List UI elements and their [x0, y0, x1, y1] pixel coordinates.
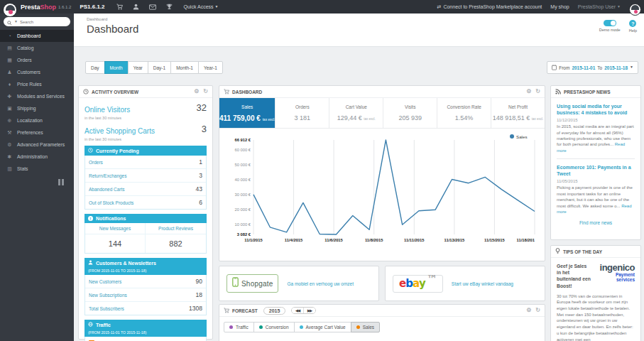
new-subscriptions-row[interactable]: New Subscriptions18	[85, 288, 206, 302]
sidebar-item-modules[interactable]: ✚Modules and Services	[0, 90, 74, 102]
gear-icon[interactable]: ⚙	[194, 89, 199, 94]
sidebar-item-administration[interactable]: ✱Administration	[0, 151, 74, 163]
gear-icon[interactable]: ⚙	[526, 308, 531, 313]
filter-month-1-button[interactable]: Month-1	[170, 61, 199, 74]
pending-orders-row[interactable]: Orders1	[85, 156, 206, 169]
article-title-link[interactable]: Using social media for your business: 4 …	[557, 103, 635, 116]
calendar-icon	[552, 65, 557, 71]
sidebar-collapse-button[interactable]	[57, 179, 64, 185]
customers-icon: ♟	[6, 70, 13, 75]
kpi-visits[interactable]: Visits205 939	[383, 98, 437, 128]
chevron-down-icon: ▼	[630, 65, 633, 69]
badges-trophy-icon[interactable]	[166, 4, 173, 10]
news-panel-title: PRESTASHOP NEWS	[564, 90, 611, 94]
gear-icon[interactable]: ⚙	[526, 89, 531, 94]
kpi-conversion-rate[interactable]: Conversion Rate1.54%	[437, 98, 491, 128]
sidebar-item-preferences[interactable]: ⚒Preferences	[0, 126, 74, 139]
filter-month-button[interactable]: Month	[104, 61, 129, 74]
forecast-year: 2015	[263, 307, 286, 315]
sidebar-item-orders[interactable]: ▦Orders	[0, 54, 74, 66]
marketplace-connect-link[interactable]: ⇄Connect to PrestaShop Marketplace accou…	[437, 4, 542, 10]
kpi-sales[interactable]: Sales411 759,00 € tax excl.	[219, 98, 275, 128]
filter-year-button[interactable]: Year	[128, 61, 148, 74]
next-year-button[interactable]: ▶▶	[304, 308, 315, 313]
phone-icon	[232, 277, 239, 290]
refresh-icon[interactable]: ↻	[535, 89, 540, 94]
shopgate-link[interactable]: Ga mobiel en verhoog uw omzet	[287, 281, 354, 286]
demo-mode-toggle[interactable]	[604, 20, 616, 26]
user-avatar[interactable]	[629, 4, 641, 16]
dashboard-icon: ◔	[6, 33, 13, 38]
filter-year-1-button[interactable]: Year-1	[198, 61, 223, 74]
forecast-panel-title: FORECAST	[232, 308, 258, 313]
my-shop-link[interactable]: My shop	[550, 4, 569, 9]
sidebar-item-catalog[interactable]: ▤Catalog	[0, 42, 74, 54]
legend-sales-button[interactable]: Sales	[351, 322, 380, 332]
employees-icon[interactable]	[133, 4, 139, 10]
sales-dot-icon	[356, 325, 360, 329]
chevron-down-icon: ▼	[215, 4, 219, 9]
sidebar-item-dashboard[interactable]: ◔Dashboard	[0, 30, 74, 42]
product-reviews-link[interactable]: Product Reviews	[146, 223, 206, 234]
active-carts-metric: Active Shopping Carts 3 in the last 30 m…	[84, 124, 207, 141]
modules-icon: ✚	[6, 94, 13, 99]
pending-returns-row[interactable]: Return/Exchanges3	[85, 169, 206, 183]
legend-conversion-button[interactable]: Conversion	[253, 322, 295, 332]
total-subscribers-row[interactable]: Total Subscribers1308	[85, 302, 206, 315]
quick-access-menu[interactable]: Quick Access ▼	[184, 4, 219, 9]
catalog-icon: ▤	[6, 45, 13, 51]
abandoned-carts-row[interactable]: Abandoned Carts43	[85, 183, 206, 196]
cart-icon[interactable]	[116, 4, 123, 10]
article-title-link[interactable]: Ecommerce 101: Payments in a Tweet	[557, 164, 635, 177]
clock-icon	[83, 89, 89, 95]
sidebar-item-localization[interactable]: ⊕Localization	[0, 114, 74, 126]
shop-name[interactable]: PS1.6.1.2	[80, 4, 104, 10]
svg-text:66 912 €: 66 912 €	[234, 138, 251, 142]
date-range-picker[interactable]: From2015-11-01 To2015-11-18 ▼	[547, 61, 638, 74]
messages-icon[interactable]	[149, 4, 156, 10]
date-filter-group: Day Month Year Day-1 Month-1 Year-1	[85, 61, 223, 74]
svg-text:11/8/2015: 11/8/2015	[365, 238, 383, 242]
svg-text:40 000 €: 40 000 €	[234, 178, 251, 182]
filter-day-button[interactable]: Day	[85, 61, 105, 74]
sidebar-item-price-rules[interactable]: ♦Price Rules	[0, 78, 74, 90]
shopgate-ad-tile: Shopgate Ga mobiel en verhoog uw omzet	[219, 266, 379, 301]
ebay-link[interactable]: Start uw eBay winkel vandaag	[452, 281, 513, 286]
legend-traffic-button[interactable]: Traffic	[224, 322, 254, 332]
sidebar-search[interactable]: ▼	[4, 17, 70, 26]
search-input[interactable]	[20, 20, 67, 24]
filter-day-1-button[interactable]: Day-1	[148, 61, 171, 74]
online-visitors-metric: Online Visitors 32 in the last 30 minute…	[84, 102, 207, 120]
prestashop-logo-icon	[3, 3, 17, 17]
kpi-net-profit[interactable]: Net Profit148 918,51 € tax excl.	[491, 98, 545, 128]
forecast-legend: Traffic Conversion Average Cart Value Sa…	[219, 317, 545, 337]
find-more-news-link[interactable]: Find more news	[557, 220, 635, 225]
new-customers-row[interactable]: New Customers90	[85, 275, 206, 288]
legend-avg-cart-value-button[interactable]: Average Cart Value	[294, 322, 351, 332]
sidebar-item-shipping[interactable]: ▣Shipping	[0, 102, 74, 114]
version-label: 1.6.1.2	[58, 5, 71, 9]
dashboard-panel: DASHBOARD ⚙↻ Sales411 759,00 € tax excl.…	[219, 85, 545, 261]
google-analytics-link[interactable]: Link to your Google Analytics account	[84, 337, 207, 341]
search-scope-caret-icon[interactable]: ▼	[14, 19, 18, 23]
new-messages-link[interactable]: New Messages	[85, 223, 146, 234]
help-icon[interactable]: ?	[629, 20, 636, 27]
breadcrumb: Dashboard	[87, 17, 107, 21]
svg-text:Sales: Sales	[516, 134, 527, 139]
out-of-stock-row[interactable]: Out of Stock Products6	[85, 196, 206, 209]
kpi-orders[interactable]: Orders3 181	[275, 98, 329, 128]
notification-icon: !	[88, 216, 93, 221]
sidebar: ▼ ◔Dashboard ▤Catalog ▦Orders ♟Customers…	[0, 13, 74, 341]
user-menu[interactable]: PrestaShop User ▼	[578, 4, 621, 9]
sidebar-item-advanced-parameters[interactable]: ⚙Advanced Parameters	[0, 139, 74, 151]
customers-newsletters-section: Customers & Newsletters(FROM 2015-11-01 …	[84, 258, 207, 315]
preferences-icon: ⚒	[6, 130, 13, 136]
lightbulb-icon	[555, 248, 560, 255]
refresh-icon[interactable]: ↻	[535, 308, 540, 313]
sidebar-item-customers[interactable]: ♟Customers	[0, 66, 74, 78]
kpi-cart-value[interactable]: Cart Value129,44 € tax excl.	[329, 98, 383, 128]
refresh-icon[interactable]: ↻	[203, 89, 208, 94]
previous-year-button[interactable]: ◀◀	[292, 308, 304, 313]
sidebar-item-stats[interactable]: ▥Stats	[0, 163, 74, 175]
svg-text:11/18/201: 11/18/201	[517, 238, 535, 242]
